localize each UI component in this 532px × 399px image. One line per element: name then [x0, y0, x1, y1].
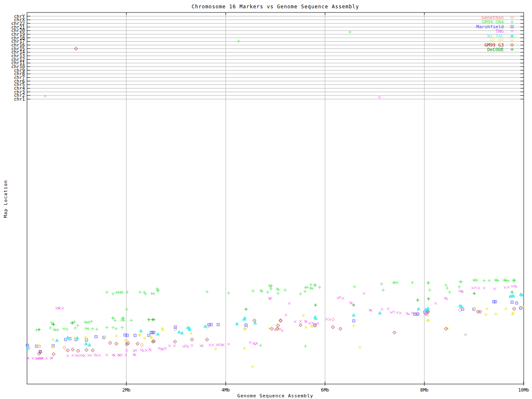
x-tick-label-6mb: 6Mb	[321, 387, 329, 393]
chart-canvas: Chromosome 16 Markers vs Genome Sequence…	[0, 0, 532, 399]
series-points-decode	[37, 291, 514, 331]
legend-label-decode: DeCODE	[487, 47, 504, 52]
series-tng	[26, 95, 517, 360]
series-gm99_g3	[37, 47, 516, 356]
legend-marker-tng	[511, 30, 513, 32]
y-tick-label-chr1: chr1	[14, 96, 25, 102]
legend-marker-decode	[510, 48, 514, 51]
legend-entry-decode: DeCODE	[487, 47, 514, 52]
legend-entry-marshfield: Marshfield	[476, 24, 513, 30]
series-wi_yac	[26, 293, 524, 349]
scatter-plot: chrYchrXchr22chr21chr20chr19chr18chr17ch…	[0, 0, 532, 399]
series-points-gm99_gb4	[35, 30, 516, 348]
legend-marker-gm99_gb4	[510, 20, 514, 24]
series-points-tng	[26, 95, 517, 360]
legend: GenethonGM99 GB4MarshfieldTNGWI YACWI RH…	[476, 15, 514, 52]
series-points-wi_rh	[37, 305, 525, 368]
legend-marker-wi_yac	[510, 34, 514, 37]
series-wi_rh	[37, 305, 525, 368]
series-gm99_gb4	[35, 30, 516, 348]
series-points-gm99_g3	[37, 47, 516, 356]
x-tick-label-4mb: 4Mb	[222, 387, 230, 393]
x-axis-label: Genome Sequence Assembly	[27, 393, 524, 399]
x-tick-label-8mb: 8Mb	[420, 387, 429, 393]
x-tick-label-2mb: 2Mb	[122, 387, 131, 393]
legend-marker-marshfield	[511, 25, 513, 28]
series-points-wi_yac	[26, 293, 524, 349]
series-decode	[37, 291, 514, 331]
y-axis-label: Map Location	[3, 172, 8, 226]
x-tick-label-10mb: 10Mb	[518, 387, 530, 393]
